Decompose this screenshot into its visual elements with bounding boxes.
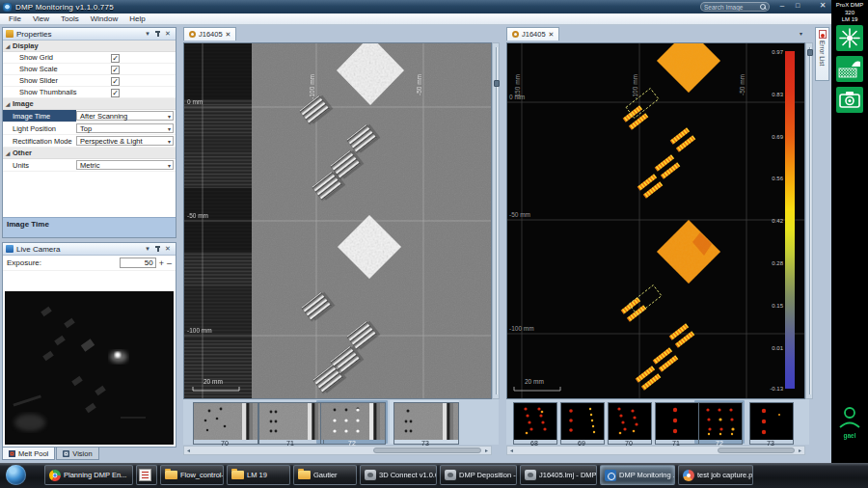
- live-camera-header[interactable]: Live Camera ▾ ✕: [3, 243, 176, 256]
- scroll-right-arrow[interactable]: ►: [796, 447, 804, 454]
- search-input[interactable]: [704, 4, 760, 11]
- meltpool-thumbnail-scrollbar[interactable]: ◄ ►: [506, 446, 805, 455]
- taskbar-item-flow-control-folder[interactable]: Flow_control-FA...: [160, 465, 224, 485]
- chevron-down-icon[interactable]: ▾: [168, 113, 171, 120]
- laser-melt-icon[interactable]: [836, 25, 863, 51]
- properties-pin-icon[interactable]: [154, 30, 161, 38]
- minimize-button[interactable]: –: [775, 0, 789, 12]
- tab-j16405-optical[interactable]: J16405 ✕: [183, 27, 236, 41]
- light-position-dropdown[interactable]: Top ▾: [76, 123, 174, 133]
- show-grid-checkbox[interactable]: ✓: [111, 54, 120, 63]
- meltpool-layer-slider[interactable]: [805, 42, 813, 399]
- live-camera-pin-icon[interactable]: [154, 245, 161, 253]
- scroll-left-arrow[interactable]: ◄: [184, 447, 193, 454]
- thumbnail-layer-72-selected[interactable]: [698, 402, 743, 445]
- thumbnail-layer-69[interactable]: [560, 402, 605, 445]
- live-camera-close-icon[interactable]: ✕: [163, 245, 173, 253]
- optical-thumbnail-scrollbar[interactable]: ◄ ►: [183, 446, 492, 455]
- search-box[interactable]: [700, 2, 770, 12]
- slider-track[interactable]: [496, 47, 498, 394]
- title-bar[interactable]: DMP Monitoring v1.1.0.775 – □ ✕: [0, 0, 831, 14]
- show-thumbnails-checkbox[interactable]: ✓: [111, 89, 120, 97]
- chevron-down-icon[interactable]: ▾: [168, 125, 171, 132]
- tab-close-icon[interactable]: ✕: [549, 31, 555, 39]
- scroll-left-arrow[interactable]: ◄: [507, 447, 516, 454]
- scroll-right-arrow[interactable]: ►: [482, 447, 491, 454]
- taskbar-item-3d-connect[interactable]: 3D Connect v1.0.0...: [360, 465, 437, 485]
- expander-icon[interactable]: ◢: [3, 101, 13, 107]
- group-image[interactable]: ◢ Image: [3, 98, 176, 110]
- properties-icon: [6, 30, 14, 38]
- start-button[interactable]: [6, 465, 26, 485]
- image-time-dropdown[interactable]: After Scanning ▾: [76, 111, 174, 121]
- thumbnail-layer-70[interactable]: [193, 402, 258, 445]
- optical-viewport[interactable]: -100 mm -50 mm 0 mm -50 mm -100 mm: [183, 42, 492, 399]
- tab-vision[interactable]: Vision: [56, 447, 98, 460]
- chevron-down-icon[interactable]: ▾: [168, 162, 171, 169]
- taskbar-item-lm19-folder[interactable]: LM 19: [227, 465, 290, 485]
- menu-view[interactable]: View: [27, 14, 55, 23]
- menu-tools[interactable]: Tools: [55, 14, 85, 23]
- thumbnail-layer-73[interactable]: [749, 402, 794, 445]
- slider-track[interactable]: [809, 47, 811, 394]
- menu-file[interactable]: File: [3, 14, 27, 23]
- thumbnail-layer-71[interactable]: [655, 402, 699, 445]
- group-display[interactable]: ◢ Display: [3, 41, 176, 52]
- expander-icon[interactable]: ◢: [3, 150, 13, 156]
- folder-icon: [165, 471, 177, 479]
- svg-text:20 mm: 20 mm: [525, 378, 544, 385]
- taskbar-item-chrome[interactable]: Planning DMP En...: [44, 465, 133, 485]
- recoater-icon[interactable]: [836, 56, 863, 82]
- properties-menu-arrow-icon[interactable]: ▾: [143, 30, 152, 38]
- row-light-position[interactable]: Light Position Top ▾: [3, 122, 176, 135]
- error-list-tab[interactable]: Error List: [815, 27, 829, 81]
- taskbar-item-dmp-monitoring-active[interactable]: DMP Monitoring ...: [600, 465, 675, 485]
- expander-icon[interactable]: ◢: [3, 43, 13, 49]
- exposure-increase-button[interactable]: +: [159, 258, 164, 268]
- live-camera-menu-arrow-icon[interactable]: ▾: [143, 245, 152, 253]
- live-camera-image[interactable]: [5, 291, 174, 445]
- taskbar-item-j16405-lmj[interactable]: J16405.lmj - DMP ...: [520, 465, 597, 485]
- slider-thumb[interactable]: [494, 80, 500, 87]
- group-other[interactable]: ◢ Other: [3, 148, 176, 159]
- taskbar-item-test-job-capture[interactable]: test job capture.p...: [678, 465, 753, 485]
- scrollbar-thumb[interactable]: [373, 447, 481, 453]
- row-rectification-mode[interactable]: Rectification Mode Perspective & Light ▾: [3, 135, 176, 148]
- properties-panel-header[interactable]: Properties ▾ ✕: [3, 28, 176, 41]
- properties-close-icon[interactable]: ✕: [163, 30, 173, 38]
- exposure-input[interactable]: [120, 258, 156, 268]
- thumbnail-layer-68[interactable]: [513, 402, 557, 445]
- group-other-label: Other: [13, 149, 32, 157]
- close-button[interactable]: ✕: [816, 0, 829, 12]
- menu-help[interactable]: Help: [123, 14, 150, 23]
- taskbar-item-dmp-deposition[interactable]: DMP Deposition -...: [440, 465, 517, 485]
- thumbnail-layer-73[interactable]: [393, 402, 459, 445]
- slider-thumb[interactable]: [807, 49, 813, 56]
- row-units[interactable]: Units Metric ▾: [3, 159, 176, 172]
- taskbar-item-label: DMP Deposition -...: [459, 471, 517, 479]
- thumbnail-layer-72-selected[interactable]: [320, 402, 386, 445]
- thumbnail-layer-70[interactable]: [608, 402, 652, 445]
- camera-icon[interactable]: [836, 87, 863, 113]
- rectification-mode-dropdown[interactable]: Perspective & Light ▾: [76, 136, 174, 146]
- exposure-decrease-button[interactable]: –: [167, 258, 172, 268]
- optical-layer-slider[interactable]: [492, 42, 500, 399]
- property-description: Image Time: [3, 217, 176, 237]
- scrollbar-thumb[interactable]: [718, 447, 795, 453]
- row-image-time[interactable]: Image Time After Scanning ▾: [3, 110, 176, 122]
- restore-button[interactable]: □: [791, 0, 804, 12]
- search-icon[interactable]: [760, 4, 766, 10]
- tab-melt-pool[interactable]: Melt Pool: [2, 447, 55, 460]
- meltpool-viewport[interactable]: -150 mm -100 mm -50 mm 0 mm -50 mm -100 …: [506, 42, 805, 399]
- show-scale-checkbox[interactable]: ✓: [111, 66, 120, 74]
- thumbnail-layer-71[interactable]: [258, 402, 324, 445]
- chevron-down-icon[interactable]: ▾: [168, 138, 171, 145]
- menu-window[interactable]: Window: [85, 14, 123, 23]
- user-badge[interactable]: gael: [831, 405, 868, 439]
- tab-j16405-meltpool[interactable]: J16405 ✕: [506, 27, 559, 41]
- taskbar-item-gautier-folder[interactable]: Gautier: [293, 465, 357, 485]
- tab-close-icon[interactable]: ✕: [226, 31, 231, 39]
- show-slider-checkbox[interactable]: ✓: [111, 77, 120, 86]
- units-dropdown[interactable]: Metric ▾: [76, 160, 174, 170]
- taskbar-item-lmp-logo[interactable]: [136, 465, 157, 485]
